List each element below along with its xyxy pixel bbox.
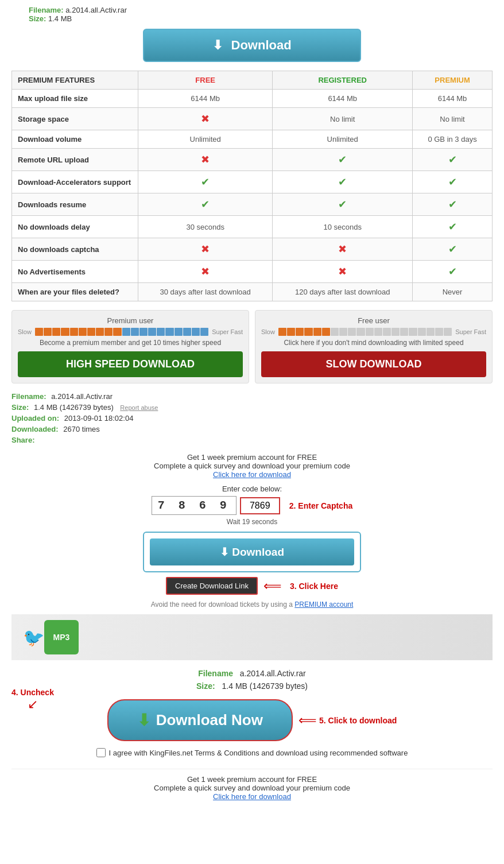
- filename-detail-label: Filename:: [11, 392, 46, 401]
- top-promo-section: Get 1 week premium account for FREE Comp…: [11, 453, 493, 479]
- bottom-promo-section: Get 1 week premium account for FREE Comp…: [11, 769, 493, 801]
- filename-detail-value: a.2014.all.Activ.rar: [51, 392, 113, 401]
- mp3-bird-icon: 🐦: [23, 627, 44, 648]
- table-row: Downloads resume✔✔✔: [12, 193, 493, 216]
- feature-cell: Download-Accelerators support: [12, 171, 138, 193]
- free-cell: ✔: [138, 171, 273, 193]
- free-bar-segment: [427, 328, 435, 336]
- create-download-link-button[interactable]: Create Download Link: [166, 577, 258, 595]
- check-icon: ✔: [448, 221, 457, 233]
- premium-bar-segment: [175, 328, 183, 336]
- cross-icon: ✖: [201, 113, 210, 125]
- free-cell: 30 seconds: [138, 216, 273, 238]
- premium-bar-segment: [192, 328, 200, 336]
- checkbox-row: I agree with KingFiles.net Terms & Condi…: [11, 748, 493, 757]
- free-bar-segment: [296, 328, 304, 336]
- download-now-icon: ⬇: [137, 711, 150, 730]
- premium-bar-segment: [200, 328, 208, 336]
- free-bar-segment: [304, 328, 312, 336]
- step3-annotation: 3. Click Here: [290, 582, 338, 591]
- file-info-bottom: Filename a.2014.all.Activ.rar Size: 1.4 …: [11, 669, 493, 691]
- free-bar-segment: [278, 328, 286, 336]
- high-speed-download-button[interactable]: HIGH SPEED DOWNLOAD: [18, 351, 243, 377]
- premium-cell: No limit: [413, 108, 493, 130]
- premium-bar-segment: [113, 328, 121, 336]
- registered-cell: ✖: [273, 238, 413, 261]
- cross-icon: ✖: [338, 266, 347, 277]
- create-dl-row: Create Download Link ⟸ 3. Click Here: [11, 577, 493, 595]
- size-detail-row: Size: 1.4 MB (1426739 bytes) Report abus…: [11, 403, 493, 412]
- free-slow-label: Slow: [261, 328, 275, 335]
- free-speed-bars: [278, 328, 452, 336]
- premium-slow-label: Slow: [18, 328, 32, 335]
- filename-label-top: Filename:: [29, 6, 64, 14]
- speed-section: Premium user Slow Super Fast Become a pr…: [11, 310, 493, 383]
- free-bar-segment: [383, 328, 391, 336]
- premium-account-link[interactable]: PREMIUM account: [294, 600, 353, 609]
- top-download-button[interactable]: ⬇ Download: [143, 29, 361, 62]
- registered-cell: Unlimited: [273, 130, 413, 149]
- premium-cell: 6144 Mb: [413, 90, 493, 108]
- free-bar-segment: [313, 328, 321, 336]
- uncheck-label: 4. Uncheck: [11, 688, 54, 697]
- captcha-label: Enter code below:: [11, 485, 493, 493]
- table-row: No downloads delay30 seconds10 seconds✔: [12, 216, 493, 238]
- check-icon: ✔: [448, 243, 457, 255]
- check-icon: ✔: [201, 199, 210, 210]
- step5-arrow-icon: ⟸: [298, 713, 317, 728]
- premium-bar-segment: [79, 328, 87, 336]
- free-bar-segment: [391, 328, 400, 336]
- premium-cell: ✔: [413, 193, 493, 216]
- free-bar-segment: [409, 328, 417, 336]
- free-cell: ✖: [138, 149, 273, 171]
- feature-cell: Storage space: [12, 108, 138, 130]
- cross-icon: ✖: [201, 243, 210, 255]
- premium-cell: ✔: [413, 261, 493, 283]
- agree-text: I agree with KingFiles.net Terms & Condi…: [109, 749, 408, 757]
- slow-download-button[interactable]: SLOW DOWNLOAD: [261, 351, 486, 377]
- premium-bar-segment: [87, 328, 95, 336]
- size-detail-label: Size:: [11, 403, 29, 412]
- promo-line2: Complete a quick survey and download you…: [11, 462, 493, 470]
- file-details: Filename: a.2014.all.Activ.rar Size: 1.4…: [11, 392, 493, 444]
- premium-bar-segment: [165, 328, 173, 336]
- free-cell: ✔: [138, 193, 273, 216]
- mp3-section: 🐦 MP3: [11, 614, 493, 660]
- free-cell: ✖: [138, 108, 273, 130]
- filename-bottom-row: Filename a.2014.all.Activ.rar: [11, 669, 493, 678]
- download-now-button[interactable]: ⬇ Download Now: [107, 699, 293, 741]
- check-icon: ✔: [448, 199, 457, 210]
- feature-cell: No downloads delay: [12, 216, 138, 238]
- middle-download-button[interactable]: ⬇ Download: [150, 538, 354, 565]
- free-cell: ✖: [138, 238, 273, 261]
- uncheck-arrow-icon: ↙: [28, 697, 38, 711]
- step5-annotation: 5. Click to download: [319, 716, 397, 725]
- promo-link-top[interactable]: Click here for download: [213, 470, 291, 479]
- download-area: ⬇ Download: [143, 532, 361, 572]
- downloaded-detail-label: Downloaded:: [11, 425, 59, 433]
- wait-text: Wait 19 seconds: [11, 518, 493, 526]
- uploaded-detail-value: 2013-09-01 18:02:04: [64, 414, 134, 423]
- free-speed-title: Free user: [261, 316, 486, 325]
- filename-bottom-label: Filename: [198, 669, 233, 678]
- premium-cell: Never: [413, 283, 493, 301]
- premium-bar-segment: [131, 328, 139, 336]
- downloaded-detail-value: 2670 times: [63, 425, 100, 433]
- filename-value-top: a.2014.all.Activ.rar: [65, 6, 127, 14]
- feature-cell: Remote URL upload: [12, 149, 138, 171]
- premium-cell: ✔: [413, 149, 493, 171]
- promo-line1: Get 1 week premium account for FREE: [11, 453, 493, 462]
- free-bar-segment: [348, 328, 356, 336]
- premium-bar-segment: [52, 328, 60, 336]
- free-speed-box: Free user Slow Super Fast Click here if …: [255, 310, 493, 383]
- free-speed-bar-row: Slow Super Fast: [261, 328, 486, 336]
- agree-checkbox[interactable]: [96, 748, 106, 757]
- step2-annotation: 2. Enter Captcha: [289, 501, 352, 510]
- bottom-promo-link[interactable]: Click here for download: [213, 792, 291, 801]
- report-abuse-link[interactable]: Report abuse: [120, 404, 158, 411]
- feature-cell: When are your files deleted?: [12, 283, 138, 301]
- captcha-input[interactable]: [240, 497, 280, 514]
- table-row: No downloads captcha✖✖✔: [12, 238, 493, 261]
- feature-cell: No downloads captcha: [12, 238, 138, 261]
- check-icon: ✔: [338, 154, 347, 165]
